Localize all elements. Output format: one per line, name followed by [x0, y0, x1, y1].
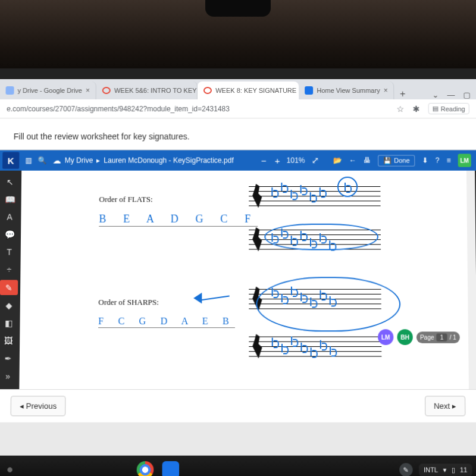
- chromeos-shelf: ✎ INTL ▾ ▯ 11: [0, 456, 476, 476]
- previous-button[interactable]: ◂ Previous: [11, 396, 66, 416]
- select-tool[interactable]: ↖: [1, 174, 19, 189]
- equation-tool[interactable]: ÷: [0, 262, 18, 278]
- page-label: Page: [420, 334, 434, 340]
- text-tool[interactable]: T: [0, 245, 18, 260]
- open-folder-icon[interactable]: 📂: [333, 156, 342, 165]
- url-text[interactable]: e.com/courses/27007/assignments/948242?m…: [7, 105, 390, 113]
- address-bar: e.com/courses/27007/assignments/948242?m…: [0, 99, 476, 118]
- help-icon[interactable]: ?: [436, 156, 440, 165]
- share-icon[interactable]: ←: [349, 156, 356, 165]
- kami-logo[interactable]: K: [2, 152, 19, 168]
- module-navigation: ◂ Previous Next ▸: [0, 389, 476, 422]
- drawing-tool[interactable]: ✎: [0, 280, 18, 295]
- tab-week8-active[interactable]: WEEK 8: KEY SIGNATURE REV ×: [198, 82, 299, 99]
- signature-tool[interactable]: ✒: [0, 351, 17, 367]
- tab-label: WEEK 5&6: INTRO TO KEY SIG: [114, 87, 198, 94]
- assignment-instruction: Fill out the review worksheet for key si…: [0, 118, 476, 150]
- zoom-in-button[interactable]: +: [273, 155, 282, 165]
- presence-avatar-lm[interactable]: LM: [378, 329, 394, 345]
- clock: 11: [460, 466, 468, 473]
- zoom-value[interactable]: 101%: [287, 156, 305, 165]
- tab-week5-6[interactable]: WEEK 5&6: INTRO TO KEY SIG ×: [96, 82, 198, 99]
- breadcrumb: ☁ My Drive ▸ Lauren McDonough - KeySigPr…: [53, 156, 234, 165]
- search-icon[interactable]: 🔍: [37, 156, 46, 165]
- minimize-icon[interactable]: —: [447, 90, 455, 99]
- launcher-button[interactable]: [4, 464, 16, 476]
- breadcrumb-filename[interactable]: Lauren McDonough - KeySigPractice.pdf: [104, 156, 233, 165]
- user-avatar[interactable]: LM: [458, 154, 471, 167]
- breadcrumb-drive[interactable]: My Drive: [65, 156, 93, 165]
- presence-indicator: LM BH Page 1 / 1: [378, 329, 460, 345]
- save-icon: 💾: [383, 156, 392, 164]
- files-app-icon[interactable]: [162, 461, 180, 476]
- browser-tab-strip: y Drive - Google Drive × WEEK 5&6: INTRO…: [0, 79, 476, 99]
- tab-google-drive[interactable]: y Drive - Google Drive ×: [0, 82, 96, 99]
- page-current[interactable]: 1: [437, 333, 447, 341]
- presence-avatar-bh[interactable]: BH: [397, 329, 413, 345]
- tab-label: Home View Summary: [317, 87, 380, 94]
- menu-icon[interactable]: ≡: [446, 156, 450, 165]
- chevron-down-icon[interactable]: ⌄: [432, 90, 439, 99]
- battery-icon: ▯: [452, 466, 455, 474]
- tab-label: y Drive - Google Drive: [18, 87, 82, 94]
- status-tray[interactable]: INTL ▾ ▯ 11: [419, 464, 472, 476]
- page-indicator[interactable]: Page 1 / 1: [416, 331, 460, 343]
- chrome-app-icon[interactable]: [137, 461, 154, 476]
- canvas-favicon: [203, 87, 212, 94]
- stylus-tools-icon[interactable]: ✎: [399, 463, 413, 476]
- maximize-icon[interactable]: ▢: [463, 90, 470, 99]
- reading-list-label: Reading: [441, 105, 465, 112]
- fit-page-button[interactable]: ⤢: [310, 155, 321, 166]
- close-icon[interactable]: ×: [86, 86, 90, 95]
- zoom-out-button[interactable]: −: [259, 155, 268, 165]
- cloud-icon: ☁: [53, 156, 61, 165]
- canvas-favicon: [102, 87, 111, 94]
- dictionary-tool[interactable]: 📖: [1, 192, 18, 206]
- wifi-icon: ▾: [443, 466, 446, 474]
- tab-label: WEEK 8: KEY SIGNATURE REV: [215, 87, 299, 94]
- ime-indicator: INTL: [424, 466, 438, 473]
- comment-tool[interactable]: 💬: [1, 227, 19, 242]
- print-icon[interactable]: 🖶: [364, 156, 371, 165]
- next-button[interactable]: Next ▸: [425, 396, 466, 416]
- drive-favicon: [6, 86, 14, 95]
- sharps-answer: F C G D A E B: [98, 316, 235, 328]
- done-label: Done: [394, 157, 410, 164]
- list-icon: ▤: [433, 105, 439, 112]
- chevron-right-icon: ▸: [96, 156, 100, 165]
- treble-staff-flats: [249, 183, 381, 211]
- bass-staff-sharps: [249, 333, 381, 361]
- close-icon[interactable]: ×: [384, 86, 388, 95]
- tool-sidebar: ↖ 📖 A 💬 T ÷ ✎ ◆ ◧ 🖼 ✒ »: [0, 171, 21, 389]
- highlight-tool[interactable]: A: [1, 209, 19, 225]
- tab-home-view[interactable]: Home View Summary ×: [299, 82, 394, 99]
- download-icon[interactable]: ⬇: [422, 156, 428, 165]
- flats-answer: B E A D G C F: [99, 213, 258, 227]
- oval-marking-bass-flats: [264, 224, 378, 250]
- scrollbar[interactable]: [466, 171, 476, 389]
- new-tab-button[interactable]: +: [394, 89, 411, 99]
- circled-flat-marking: [337, 177, 358, 197]
- image-tool[interactable]: 🖼: [0, 333, 17, 349]
- flats-label: Order of FLATS:: [99, 195, 258, 204]
- expand-tools[interactable]: »: [0, 369, 17, 384]
- eraser-tool[interactable]: ◧: [0, 315, 18, 331]
- arrow-marking: [193, 290, 230, 309]
- thumbnails-icon[interactable]: ▥: [25, 156, 32, 165]
- kami-toolbar: K ▥ 🔍 ☁ My Drive ▸ Lauren McDonough - Ke…: [0, 150, 476, 170]
- oval-marking-sharps: [256, 277, 400, 331]
- extensions-icon[interactable]: ✱: [413, 104, 420, 114]
- page-total: / 1: [449, 334, 456, 340]
- instruction-text: Fill out the review worksheet for key si…: [14, 131, 190, 141]
- shapes-tool[interactable]: ◆: [0, 298, 18, 313]
- app-favicon: [305, 86, 313, 95]
- reading-list-button[interactable]: ▤ Reading: [428, 103, 469, 114]
- document-canvas[interactable]: Order of FLATS: B E A D G C F: [19, 171, 476, 389]
- star-icon[interactable]: ☆: [396, 104, 404, 114]
- done-button[interactable]: 💾 Done: [378, 155, 415, 166]
